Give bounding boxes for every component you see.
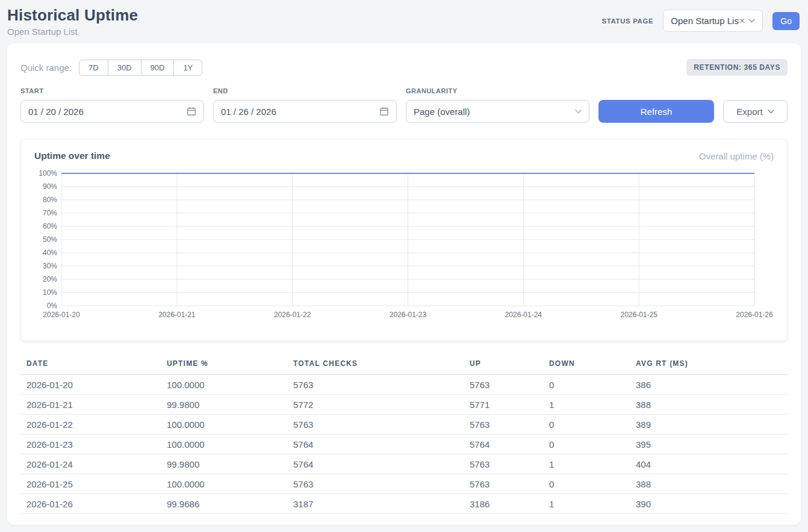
table-cell: 5763: [293, 375, 470, 395]
table-cell: 2026-01-25: [20, 474, 167, 494]
table-cell: 5763: [470, 375, 549, 395]
table-cell: 1: [549, 494, 636, 514]
quick-range-1y-button[interactable]: 1Y: [173, 60, 202, 76]
granularity-select[interactable]: Page (overall): [406, 100, 589, 123]
svg-text:100%: 100%: [39, 169, 57, 178]
main-panel: Quick range: 7D30D90D1Y RETENTION: 365 D…: [7, 43, 801, 525]
table-cell: 386: [636, 375, 788, 395]
table-cell: 388: [636, 395, 788, 415]
svg-text:2026-01-25: 2026-01-25: [620, 311, 657, 319]
svg-text:2026-01-24: 2026-01-24: [505, 311, 542, 319]
quick-range-90d-button[interactable]: 90D: [141, 60, 175, 76]
column-header: AVG RT (MS): [636, 357, 788, 375]
column-header: UPTIME %: [167, 357, 293, 375]
table-cell: 5763: [470, 415, 549, 435]
table-cell: 2026-01-20: [20, 375, 167, 395]
calendar-icon[interactable]: [379, 107, 389, 116]
table-row: 2026-01-23100.0000576457640395: [20, 435, 788, 454]
table-cell: 2026-01-24: [20, 454, 167, 474]
end-date-label: END: [213, 87, 397, 94]
svg-text:30%: 30%: [43, 262, 57, 270]
table-cell: 100.0000: [167, 415, 293, 435]
chevron-down-icon: [748, 19, 755, 23]
export-button[interactable]: Export: [723, 100, 788, 123]
start-date-input[interactable]: 01 / 20 / 2026: [20, 100, 204, 123]
svg-text:40%: 40%: [43, 249, 57, 257]
end-date-input[interactable]: 01 / 26 / 2026: [213, 100, 397, 123]
svg-text:70%: 70%: [43, 209, 57, 217]
table-cell: 100.0000: [167, 435, 293, 454]
column-header: DATE: [20, 357, 167, 375]
table-cell: 5763: [293, 474, 470, 494]
table-cell: 99.9800: [167, 454, 293, 474]
status-page-label: STATUS PAGE: [601, 17, 653, 25]
refresh-button[interactable]: Refresh: [598, 100, 714, 123]
table-cell: 2026-01-23: [20, 435, 167, 454]
table-cell: 0: [549, 415, 636, 435]
table-cell: 5763: [470, 474, 549, 494]
table-cell: 99.9800: [167, 395, 293, 415]
quick-range-label: Quick range:: [20, 63, 72, 73]
start-date-label: START: [20, 87, 204, 94]
chevron-down-icon: [768, 110, 774, 114]
chart-legend: Overall uptime (%): [699, 151, 774, 161]
svg-text:80%: 80%: [43, 196, 57, 204]
table-cell: 2026-01-21: [20, 395, 167, 415]
table-cell: 395: [636, 435, 788, 454]
svg-text:2026-01-23: 2026-01-23: [390, 311, 427, 319]
clear-icon[interactable]: ×: [739, 16, 745, 26]
svg-text:2026-01-20: 2026-01-20: [43, 311, 80, 319]
uptime-chart-card: Uptime over time Overall uptime (%) 0%10…: [20, 139, 788, 341]
table-cell: 2026-01-22: [20, 415, 167, 435]
column-header: DOWN: [549, 357, 636, 375]
table-cell: 1: [549, 395, 636, 415]
svg-text:20%: 20%: [43, 275, 57, 283]
quick-range-row: Quick range: 7D30D90D1Y RETENTION: 365 D…: [20, 59, 788, 76]
table-row: 2026-01-2499.9800576457631404: [20, 454, 788, 474]
table-body: 2026-01-20100.00005763576303862026-01-21…: [20, 375, 788, 514]
table-cell: 3187: [293, 494, 470, 514]
table-cell: 388: [636, 474, 788, 494]
table-row: 2026-01-2699.9686318731861390: [20, 494, 788, 514]
page-header: Historical Uptime Open Startup List STAT…: [0, 0, 808, 43]
chart-header: Uptime over time Overall uptime (%): [34, 150, 774, 161]
chevron-down-icon: [575, 110, 582, 114]
table-cell: 0: [549, 435, 636, 454]
granularity-field: GRANULARITY Page (overall): [406, 87, 589, 123]
uptime-table: DATEUPTIME %TOTAL CHECKSUPDOWNAVG RT (MS…: [20, 357, 788, 514]
status-page-select[interactable]: Open Startup List ×: [663, 10, 763, 32]
table-cell: 3186: [470, 494, 549, 514]
svg-text:2026-01-21: 2026-01-21: [158, 311, 196, 319]
uptime-line-chart: 0%10%20%30%40%50%60%70%80%90%100%2026-01…: [34, 166, 774, 321]
export-button-label: Export: [736, 107, 762, 117]
table-row: 2026-01-2199.9800577257711388: [20, 395, 788, 415]
table-row: 2026-01-20100.0000576357630386: [20, 375, 788, 395]
svg-text:2026-01-22: 2026-01-22: [274, 311, 311, 319]
calendar-icon[interactable]: [187, 107, 196, 116]
table-cell: 0: [549, 375, 636, 395]
table-cell: 2026-01-26: [20, 494, 167, 514]
table-cell: 5764: [293, 454, 470, 474]
table-cell: 5772: [293, 395, 470, 415]
svg-text:0%: 0%: [47, 302, 58, 310]
svg-text:2026-01-26: 2026-01-26: [736, 311, 773, 319]
svg-text:10%: 10%: [43, 288, 57, 297]
table-cell: 390: [636, 494, 788, 514]
end-date-value: 01 / 26 / 2026: [221, 107, 276, 117]
table-header: DATEUPTIME %TOTAL CHECKSUPDOWNAVG RT (MS…: [20, 357, 788, 375]
table-cell: 5764: [470, 435, 549, 454]
quick-range-30d-button[interactable]: 30D: [108, 60, 141, 76]
filter-fields-row: START 01 / 20 / 2026 END 01 / 26 / 2026 …: [20, 87, 788, 123]
title-block: Historical Uptime Open Startup List: [7, 6, 138, 37]
table-cell: 100.0000: [167, 474, 293, 494]
table-cell: 404: [636, 454, 788, 474]
start-date-field: START 01 / 20 / 2026: [20, 87, 204, 123]
quick-range-7d-button[interactable]: 7D: [79, 60, 108, 76]
retention-badge: RETENTION: 365 DAYS: [686, 59, 788, 76]
column-header: UP: [470, 357, 549, 375]
quick-range-button-group: 7D30D90D1Y: [79, 60, 202, 76]
go-button[interactable]: Go: [772, 12, 800, 30]
table-cell: 1: [549, 454, 636, 474]
table-cell: 0: [549, 474, 636, 494]
table-cell: 5763: [470, 454, 549, 474]
